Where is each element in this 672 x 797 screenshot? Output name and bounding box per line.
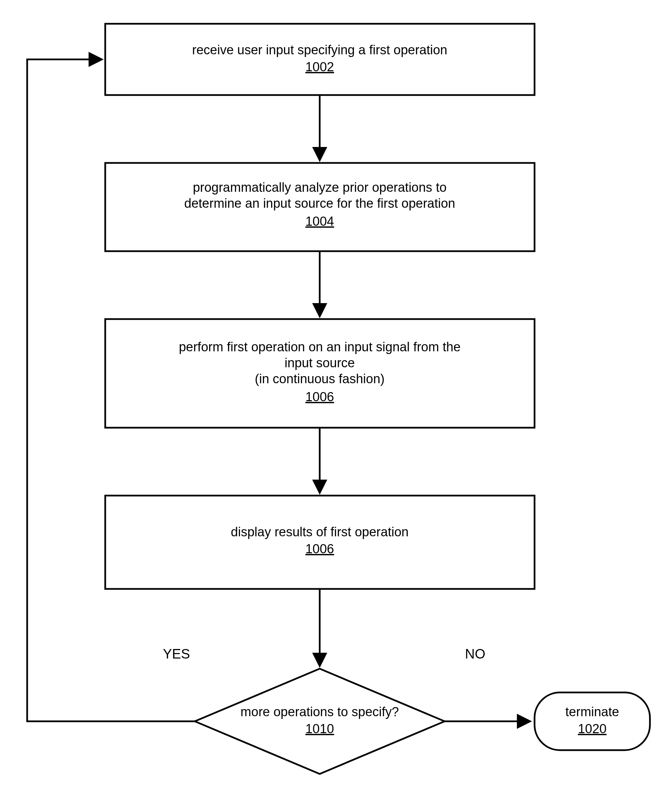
svg-rect-5	[534, 693, 650, 750]
decision-more-operations: more operations to specify? 1010	[195, 669, 445, 774]
svg-marker-4	[195, 669, 445, 774]
step2-line1: programmatically analyze prior operation…	[193, 180, 446, 195]
arrow-decision-yes-loop	[27, 59, 195, 721]
terminate-text: terminate	[565, 705, 619, 719]
step3-line3: (in continuous fashion)	[255, 372, 384, 386]
step4-ref: 1006	[306, 542, 334, 556]
decision-text: more operations to specify?	[241, 705, 399, 719]
step1-ref: 1002	[306, 60, 334, 74]
step-perform-operation: perform first operation on an input sign…	[105, 319, 534, 428]
step3-ref: 1006	[306, 390, 334, 404]
step3-line2: input source	[285, 356, 355, 370]
svg-rect-0	[105, 24, 534, 95]
step-receive-input: receive user input specifying a first op…	[105, 24, 534, 95]
step1-text: receive user input specifying a first op…	[192, 43, 447, 57]
terminate-ref: 1020	[578, 722, 607, 736]
step-analyze-prior-operations: programmatically analyze prior operation…	[105, 163, 534, 251]
step2-ref: 1004	[306, 214, 334, 229]
decision-ref: 1010	[306, 722, 334, 736]
step2-line2: determine an input source for the first …	[184, 196, 455, 210]
decision-yes-label: YES	[163, 646, 190, 661]
step-display-results: display results of first operation 1006	[105, 496, 534, 589]
decision-no-label: NO	[465, 646, 485, 661]
terminate-node: terminate 1020	[534, 693, 650, 750]
step3-line1: perform first operation on an input sign…	[179, 340, 461, 354]
step4-text: display results of first operation	[231, 525, 409, 539]
